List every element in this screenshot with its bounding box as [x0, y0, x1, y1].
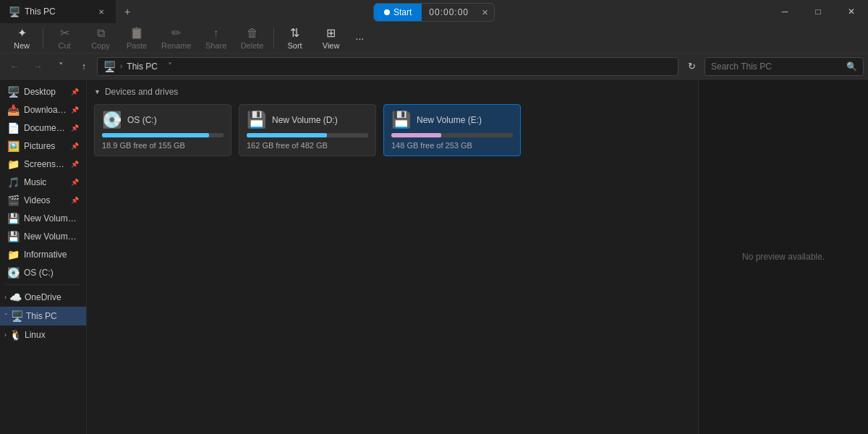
window-controls: ─ □ ✕ — [768, 0, 868, 23]
sidebar-group-linux[interactable]: › 🐧 Linux — [0, 326, 86, 344]
share-label: Share — [205, 41, 226, 50]
delete-label: Delete — [241, 41, 264, 50]
search-box[interactable]: 🔍 — [705, 57, 864, 76]
os-c-icon: 💽 — [7, 267, 20, 278]
delete-button[interactable]: 🗑 Delete — [235, 24, 270, 53]
new-volume-e-icon: 💾 — [7, 231, 20, 242]
drive-new-volume-e-icon: 💾 — [391, 111, 411, 129]
pictures-pin-icon: 📌 — [71, 142, 79, 150]
music-pin-icon: 📌 — [71, 179, 79, 186]
drive-os-c-name: OS (C:) — [127, 115, 157, 125]
sidebar-new-volume-d-label: New Volume (D:) — [24, 213, 79, 224]
up-button[interactable]: ↑ — [74, 56, 94, 77]
drive-card-new-volume-e[interactable]: 💾 New Volume (E:) 148 GB free of 253 GB — [383, 104, 521, 156]
back-button[interactable]: ← — [4, 56, 25, 77]
content-area: ▼ Devices and drives 💽 OS (C:) 18.9 GB f… — [87, 80, 698, 434]
view-button[interactable]: ⊞ View — [314, 23, 349, 53]
minimize-button[interactable]: ─ — [768, 0, 801, 23]
title-bar: 🖥️ This PC ✕ + Start 00:00:00 ✕ ─ □ ✕ — [0, 0, 868, 23]
recording-start-label: Start — [393, 7, 412, 17]
toolbar: ✦ New ✂ Cut ⧉ Copy 📋 Paste ✏ Rename ↑ Sh… — [0, 23, 868, 54]
address-dropdown-button[interactable]: ˅ — [162, 58, 178, 75]
downloads-icon: 📥 — [7, 104, 20, 116]
sidebar-item-screenshots[interactable]: 📁 Screenshots 📌 — [1, 156, 85, 173]
close-button[interactable]: ✕ — [835, 0, 868, 23]
paste-icon: 📋 — [129, 26, 144, 40]
sidebar-item-os-c[interactable]: 💽 OS (C:) — [1, 264, 85, 281]
tab-label: This PC — [25, 7, 56, 17]
devices-section-header: ▼ Devices and drives — [94, 87, 691, 97]
sidebar-item-music[interactable]: 🎵 Music 📌 — [1, 174, 85, 191]
toolbar-sep-1 — [43, 28, 43, 48]
sidebar-item-new-volume-e[interactable]: 💾 New Volume (E:) — [1, 228, 85, 245]
address-bar: ← → ˅ ↑ 🖥️ › This PC ˅ ↻ 🔍 — [0, 54, 868, 80]
recording-close-button[interactable]: ✕ — [476, 8, 494, 17]
sidebar-pictures-label: Pictures — [24, 141, 67, 151]
maximize-button[interactable]: □ — [801, 0, 835, 23]
drive-card-new-volume-d[interactable]: 💾 New Volume (D:) 162 GB free of 482 GB — [239, 104, 376, 156]
sidebar-downloads-label: Downloads — [24, 105, 67, 115]
rename-label: Rename — [161, 41, 192, 50]
refresh-button[interactable]: ↻ — [681, 56, 702, 77]
drive-os-c-top: 💽 OS (C:) — [102, 111, 224, 129]
desktop-pin-icon: 📌 — [71, 88, 79, 95]
drives-grid: 💽 OS (C:) 18.9 GB free of 155 GB 💾 New V… — [94, 104, 691, 156]
sidebar-item-videos[interactable]: 🎬 Videos 📌 — [1, 192, 85, 209]
delete-icon: 🗑 — [247, 27, 258, 40]
sidebar-new-volume-e-label: New Volume (E:) — [24, 231, 79, 242]
desktop-icon: 🖥️ — [7, 86, 20, 98]
share-button[interactable]: ↑ Share — [199, 24, 234, 53]
sidebar-group-onedrive[interactable]: › ☁️ OneDrive — [0, 288, 86, 307]
documents-pin-icon: 📌 — [71, 124, 79, 132]
section-chevron-icon[interactable]: ▼ — [94, 88, 101, 95]
sidebar-item-downloads[interactable]: 📥 Downloads 📌 — [1, 101, 85, 119]
recording-start-button[interactable]: Start — [374, 4, 422, 21]
sidebar-os-c-label: OS (C:) — [24, 268, 79, 278]
sidebar-music-label: Music — [24, 177, 67, 187]
onedrive-chevron-icon: › — [4, 294, 7, 301]
drive-new-volume-d-info: 162 GB free of 482 GB — [247, 141, 368, 150]
sidebar-group-this-pc[interactable]: ˅ 🖥️ This PC — [0, 307, 86, 326]
search-input[interactable] — [711, 61, 843, 72]
this-pc-label: This PC — [26, 311, 57, 321]
sidebar-item-pictures[interactable]: 🖼️ Pictures 📌 — [1, 137, 85, 155]
sidebar-item-documents[interactable]: 📄 Documents 📌 — [1, 119, 85, 137]
tab-pc-icon: 🖥️ — [9, 7, 20, 17]
drive-card-os-c[interactable]: 💽 OS (C:) 18.9 GB free of 155 GB — [94, 104, 231, 156]
more-button[interactable]: ··· — [350, 30, 370, 47]
sidebar-item-informative[interactable]: 📁 Informative — [1, 246, 85, 263]
copy-label: Copy — [91, 41, 110, 50]
cut-button[interactable]: ✂ Cut — [47, 23, 82, 53]
this-pc-sidebar-icon: 🖥️ — [11, 310, 23, 322]
copy-icon: ⧉ — [97, 27, 105, 40]
forward-button[interactable]: → — [27, 56, 48, 77]
informative-icon: 📁 — [7, 249, 20, 260]
screenshots-pin-icon: 📌 — [71, 161, 79, 168]
paste-button[interactable]: 📋 Paste — [119, 23, 154, 53]
preview-panel: No preview available. — [698, 80, 868, 434]
rename-icon: ✏ — [171, 26, 181, 40]
drive-new-volume-e-bar-track — [391, 133, 513, 137]
new-button[interactable]: ✦ New — [4, 23, 39, 53]
sidebar-item-desktop[interactable]: 🖥️ Desktop 📌 — [1, 83, 85, 101]
drive-new-volume-d-name: New Volume (D:) — [272, 115, 338, 125]
address-box[interactable]: 🖥️ › This PC ˅ — [97, 57, 678, 76]
drive-new-volume-d-icon: 💾 — [247, 111, 266, 129]
this-pc-chevron-icon: ˅ — [4, 312, 8, 320]
drive-os-c-bar-track — [102, 133, 224, 137]
documents-icon: 📄 — [7, 122, 20, 134]
new-tab-button[interactable]: + — [116, 0, 139, 23]
videos-pin-icon: 📌 — [71, 197, 79, 204]
videos-icon: 🎬 — [7, 195, 20, 206]
sidebar-divider-1 — [6, 284, 80, 285]
expand-button[interactable]: ˅ — [51, 56, 71, 77]
copy-button[interactable]: ⧉ Copy — [83, 24, 118, 53]
tab-close-button[interactable]: ✕ — [95, 6, 107, 17]
sort-button[interactable]: ⇅ Sort — [278, 23, 312, 53]
new-label: New — [14, 41, 30, 50]
rename-button[interactable]: ✏ Rename — [156, 23, 197, 53]
sidebar-item-new-volume-d[interactable]: 💾 New Volume (D:) — [1, 210, 85, 227]
cut-icon: ✂ — [60, 26, 69, 40]
drive-new-volume-e-name: New Volume (E:) — [417, 115, 482, 125]
tab-this-pc[interactable]: 🖥️ This PC ✕ — [0, 0, 116, 23]
